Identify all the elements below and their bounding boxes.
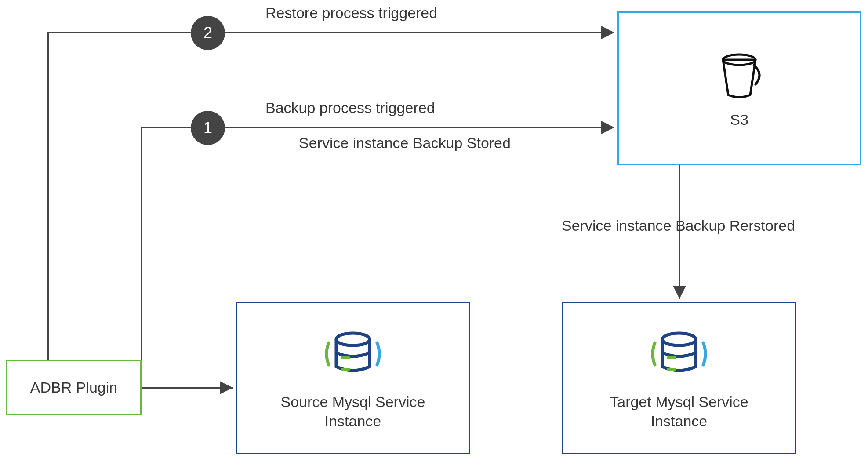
node-s3: S3 — [617, 11, 861, 165]
step-badge-2: 2 — [191, 16, 225, 50]
node-target-mysql: Target Mysql ServiceInstance — [562, 302, 796, 454]
node-s3-label: S3 — [730, 110, 748, 129]
database-icon — [320, 325, 386, 382]
diagram-canvas: ADBR Plugin S3 Source Mys — [0, 0, 868, 469]
edge-label-restore-trigger: Restore process triggered — [265, 4, 437, 22]
edge-label-backup-trigger: Backup process triggered — [265, 99, 435, 116]
step-badge-1: 1 — [191, 111, 225, 145]
svg-point-1 — [336, 333, 370, 345]
edge-label-backup-restored: Service instance Backup Rerstored — [562, 217, 795, 234]
bucket-icon — [715, 47, 763, 100]
node-source-mysql-label: Source Mysql ServiceInstance — [281, 392, 425, 431]
node-adbr-plugin: ADBR Plugin — [6, 360, 142, 415]
edge-label-backup-stored: Service instance Backup Stored — [299, 135, 511, 152]
database-icon — [646, 325, 712, 382]
svg-point-4 — [662, 333, 696, 345]
node-target-mysql-label: Target Mysql ServiceInstance — [610, 392, 748, 431]
node-source-mysql: Source Mysql ServiceInstance — [236, 302, 470, 454]
node-adbr-plugin-label: ADBR Plugin — [30, 378, 117, 397]
